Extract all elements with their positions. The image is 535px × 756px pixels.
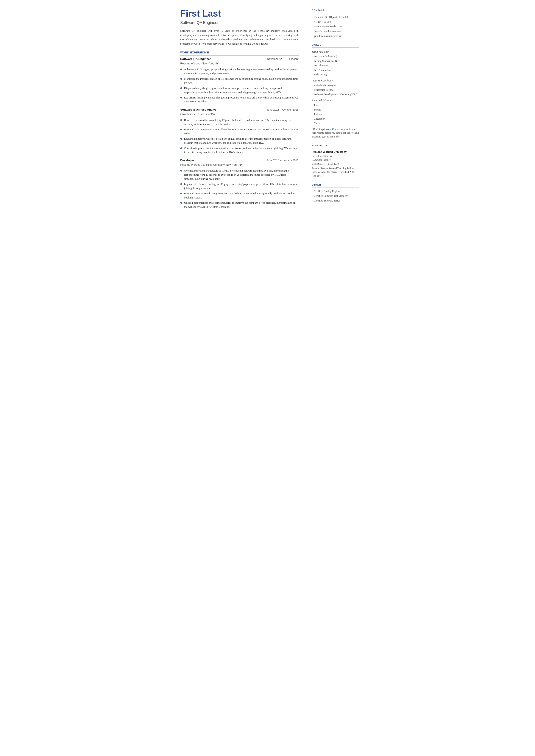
list-item: +1-234-456-789 — [312, 20, 359, 24]
list-item: Launched initiative, which led to a $1M … — [180, 137, 299, 145]
bullet-icon — [180, 87, 182, 89]
list-item: email@resumeworded.com — [312, 25, 359, 28]
resume-page: First Last Software QA Engineer Software… — [171, 0, 365, 274]
list-item: Certified Software Test Manager. — [312, 194, 359, 198]
job-header-1: Software QA Engineer November 2015 – Pre… — [180, 57, 299, 61]
list-item: Software Development Life Cycle (SDLC) — [312, 93, 359, 96]
bullet-icon — [180, 69, 182, 70]
list-item: linkedin.com/in/username — [312, 29, 359, 33]
list-item: Scrum — [312, 108, 359, 112]
job-header-3: Developer June 2010 – January 2013 — [180, 158, 299, 162]
work-experience-title: WORK EXPERIENCE — [180, 51, 299, 56]
skills-tools-list: Jira Scrum Jenkins Cucumber Maven — [312, 103, 359, 125]
list-item: Overhauled system architecture of RWEC b… — [180, 169, 299, 181]
right-column: CONTACT Columbia, SC (Open to Remote) +1… — [306, 0, 365, 274]
list-item: Web Testing — [312, 72, 359, 76]
bullet-icon — [180, 193, 182, 194]
work-experience-section: WORK EXPERIENCE Software QA Engineer Nov… — [180, 51, 299, 209]
list-item: Test Planning — [312, 64, 359, 68]
list-item: github.com/resumeworded — [312, 34, 359, 38]
job-title-heading: Software QA Engineer — [180, 20, 299, 26]
promo-text: • Don't forget to use Resume Worded to s… — [312, 127, 359, 139]
skills-technical-list: Test Cases(Advanced) Testing (Experience… — [312, 55, 359, 76]
bullet-icon — [180, 170, 182, 172]
bullet-icon — [180, 78, 182, 80]
bullet-icon — [180, 183, 182, 185]
job-company-1: Resume Worded, New York, NY — [180, 62, 299, 66]
job-title-3: Developer — [180, 158, 194, 162]
list-item: Testing (Experienced) — [312, 59, 359, 63]
other-list: Certified Quality Engineer. Certified So… — [312, 189, 359, 203]
name-heading: First Last — [180, 9, 299, 18]
list-item: Test Cases(Advanced) — [312, 55, 359, 58]
promo-link[interactable]: Resume Worded — [332, 128, 349, 130]
job-header-2: Software Business Analyst June 2013 – Oc… — [180, 107, 299, 112]
list-item: Utilized best practices and coding stand… — [180, 201, 299, 209]
skills-section: SKILLS Technical Skills: Test Cases(Adva… — [312, 43, 359, 139]
bullet-icon — [180, 119, 182, 121]
job-bullets-1: Achieved a 92% bugless project during a … — [180, 68, 299, 104]
job-title-2: Software Business Analyst — [180, 107, 218, 112]
list-item: Received 70% approval rating from 32K sa… — [180, 192, 299, 200]
list-item: Cucumber — [312, 117, 359, 121]
job-dates-3: June 2010 – January 2013 — [267, 158, 298, 162]
job-block-3: Developer June 2010 – January 2013 Resum… — [180, 158, 299, 209]
list-item: Diagnosed early danger signs related to … — [180, 86, 299, 95]
other-section: OTHER Certified Quality Engineer. Certif… — [312, 183, 359, 203]
list-item: Implemented Ajax technology on 49 pages,… — [180, 182, 299, 190]
edu-field: Computer Science — [312, 158, 359, 162]
list-item: Regression Testing — [312, 88, 359, 92]
education-section: EDUCATION Resume Worded University Bache… — [312, 144, 359, 178]
edu-university-name: Resume Worded University — [312, 150, 359, 154]
job-bullets-3: Overhauled system architecture of RWEC b… — [180, 169, 299, 209]
list-item: Conceived a project for the onsite testi… — [180, 146, 299, 154]
edu-date: Boston, MA — May 2010 — [312, 162, 359, 166]
list-item: Maven — [312, 121, 359, 125]
list-item: Resolved data communication problems bet… — [180, 127, 299, 136]
skills-technical-label: Technical Skills: — [312, 50, 359, 54]
job-company-3: Resume Worded's Exciting Company, New Yo… — [180, 163, 299, 167]
list-item: Jenkins — [312, 112, 359, 116]
skills-title: SKILLS — [312, 43, 359, 48]
list-item: Achieved a 92% bugless project during a … — [180, 68, 299, 76]
job-block-2: Software Business Analyst June 2013 – Oc… — [180, 107, 299, 154]
contact-section: CONTACT Columbia, SC (Open to Remote) +1… — [312, 9, 359, 38]
list-item: Agile Methodologies — [312, 83, 359, 87]
bullet-icon — [180, 202, 182, 204]
edu-awards: Awards: Resume Worded Teaching Fellow (o… — [312, 167, 359, 178]
bullet-icon — [180, 97, 182, 98]
list-item: Led efforts that implemented changes in … — [180, 96, 299, 104]
skills-industry-label: Industry Knowledge: — [312, 79, 359, 83]
list-item: Jira — [312, 103, 359, 107]
job-dates-2: June 2013 – October 2015 — [267, 108, 298, 112]
other-title: OTHER — [312, 183, 359, 188]
job-block-1: Software QA Engineer November 2015 – Pre… — [180, 57, 299, 104]
contact-title: CONTACT — [312, 9, 359, 14]
contact-list: Columbia, SC (Open to Remote) +1-234-456… — [312, 15, 359, 38]
list-item: Certified Software Tester. — [312, 199, 359, 203]
left-column: First Last Software QA Engineer Software… — [171, 0, 306, 274]
bullet-icon — [180, 147, 182, 149]
education-title: EDUCATION — [312, 144, 359, 149]
edu-degree: Bachelor of Science — [312, 154, 359, 158]
bullet-icon — [180, 138, 182, 140]
list-item: Columbia, SC (Open to Remote) — [312, 15, 359, 19]
bullet-icon — [180, 129, 182, 130]
job-title-1: Software QA Engineer — [180, 57, 211, 61]
summary-text: Software QA engineer with over 10 years … — [180, 29, 299, 46]
list-item: Received an award for completing 17 proj… — [180, 118, 299, 126]
list-item: Certified Quality Engineer. — [312, 189, 359, 193]
skills-industry-list: Agile Methodologies Regression Testing S… — [312, 83, 359, 96]
skills-tools-label: Tools and Software: — [312, 98, 359, 102]
job-company-2: Growthsi, San Francisco, CA — [180, 112, 299, 116]
list-item: Monitored the implementation of test aut… — [180, 77, 299, 85]
list-item: Test Automation — [312, 68, 359, 72]
job-dates-1: November 2015 – Present — [267, 57, 299, 61]
job-bullets-2: Received an award for completing 17 proj… — [180, 118, 299, 154]
